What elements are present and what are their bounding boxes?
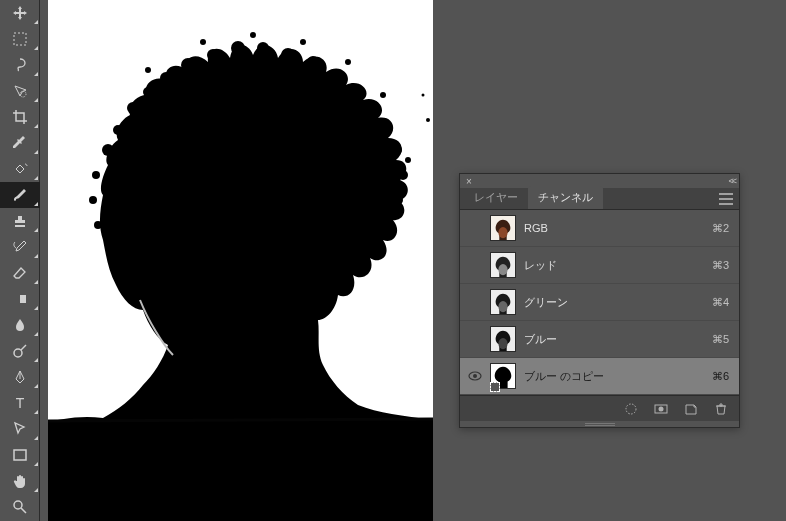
- svg-point-29: [89, 196, 97, 204]
- channel-shortcut: ⌘4: [712, 296, 729, 309]
- visibility-toggle[interactable]: [466, 369, 484, 383]
- save-selection-icon[interactable]: [653, 401, 669, 417]
- svg-point-15: [207, 49, 219, 61]
- new-channel-icon[interactable]: [683, 401, 699, 417]
- rectangle-tool[interactable]: [0, 442, 40, 468]
- load-selection-icon[interactable]: [623, 401, 639, 417]
- svg-point-39: [422, 94, 425, 97]
- svg-point-12: [143, 87, 153, 97]
- quick-select-tool[interactable]: [0, 78, 40, 104]
- channel-name: ブルー: [524, 332, 712, 347]
- channel-red[interactable]: レッド ⌘3: [460, 247, 739, 284]
- channels-panel: × << レイヤー チャンネル RGB ⌘2 レッド ⌘3 グリーン ⌘4: [459, 173, 740, 428]
- channel-thumb: [490, 326, 516, 352]
- marquee-tool[interactable]: [0, 26, 40, 52]
- channel-name: グリーン: [524, 295, 712, 310]
- channel-rgb[interactable]: RGB ⌘2: [460, 210, 739, 247]
- svg-point-19: [307, 56, 319, 68]
- svg-point-20: [330, 69, 342, 81]
- move-tool[interactable]: [0, 0, 40, 26]
- history-brush-tool[interactable]: [0, 234, 40, 260]
- resize-grip[interactable]: [460, 421, 739, 427]
- svg-point-49: [473, 374, 477, 378]
- svg-point-17: [257, 42, 269, 54]
- type-tool[interactable]: T: [0, 390, 40, 416]
- svg-point-13: [160, 72, 172, 84]
- channel-shortcut: ⌘6: [712, 370, 729, 383]
- channel-blue[interactable]: ブルー ⌘5: [460, 321, 739, 358]
- svg-point-53: [659, 406, 664, 411]
- panel-footer: [460, 395, 739, 421]
- channel-name: レッド: [524, 258, 712, 273]
- svg-text:T: T: [16, 395, 25, 411]
- channels-list: RGB ⌘2 レッド ⌘3 グリーン ⌘4 ブルー ⌘5 ブルー のコピー ⌘: [460, 210, 739, 395]
- crop-tool[interactable]: [0, 104, 40, 130]
- svg-point-7: [14, 501, 22, 509]
- eyedropper-tool[interactable]: [0, 130, 40, 156]
- svg-point-43: [498, 264, 507, 275]
- visibility-toggle[interactable]: [466, 295, 484, 309]
- svg-point-37: [405, 157, 411, 163]
- blur-tool[interactable]: [0, 312, 40, 338]
- svg-point-24: [390, 144, 402, 156]
- svg-point-30: [94, 221, 102, 229]
- channel-shortcut: ⌘5: [712, 333, 729, 346]
- tab-channels[interactable]: チャンネル: [528, 186, 603, 209]
- svg-rect-3: [14, 295, 20, 303]
- channel-blue-copy[interactable]: ブルー のコピー ⌘6: [460, 358, 739, 395]
- hand-tool[interactable]: [0, 468, 40, 494]
- stamp-tool[interactable]: [0, 208, 40, 234]
- visibility-toggle[interactable]: [466, 332, 484, 346]
- eraser-tool[interactable]: [0, 260, 40, 286]
- svg-point-45: [498, 301, 507, 312]
- collapse-icon[interactable]: <<: [728, 176, 735, 186]
- dodge-tool[interactable]: [0, 338, 40, 364]
- channel-thumb: [490, 252, 516, 278]
- svg-point-26: [393, 195, 403, 205]
- svg-point-35: [345, 59, 351, 65]
- svg-point-18: [281, 48, 295, 62]
- svg-point-34: [300, 39, 306, 45]
- svg-point-41: [498, 227, 507, 238]
- svg-point-36: [380, 92, 386, 98]
- channel-name: ブルー のコピー: [524, 369, 712, 384]
- tab-layers[interactable]: レイヤー: [464, 186, 528, 209]
- svg-point-4: [14, 349, 22, 357]
- svg-point-51: [626, 404, 636, 414]
- svg-point-28: [92, 171, 100, 179]
- lasso-tool[interactable]: [0, 52, 40, 78]
- brush-tool[interactable]: [0, 182, 40, 208]
- svg-point-9: [102, 144, 114, 156]
- svg-point-25: [398, 170, 408, 180]
- toolbar: T: [0, 0, 40, 521]
- svg-point-14: [181, 58, 195, 72]
- panel-menu-icon[interactable]: [719, 193, 733, 205]
- svg-point-31: [145, 67, 151, 73]
- close-icon[interactable]: ×: [464, 176, 474, 187]
- gradient-tool[interactable]: [0, 286, 40, 312]
- channel-name: RGB: [524, 222, 712, 234]
- panel-tabs: レイヤー チャンネル: [460, 188, 739, 210]
- delete-channel-icon[interactable]: [713, 401, 729, 417]
- svg-rect-0: [14, 33, 26, 45]
- channel-shortcut: ⌘3: [712, 259, 729, 272]
- selection-badge-icon: [490, 382, 500, 392]
- zoom-tool[interactable]: [0, 494, 40, 520]
- channel-green[interactable]: グリーン ⌘4: [460, 284, 739, 321]
- path-select-tool[interactable]: [0, 416, 40, 442]
- visibility-toggle[interactable]: [466, 221, 484, 235]
- channel-shortcut: ⌘2: [712, 222, 729, 235]
- svg-point-33: [250, 32, 256, 38]
- svg-point-11: [127, 102, 139, 114]
- svg-point-47: [498, 338, 507, 349]
- visibility-toggle[interactable]: [466, 258, 484, 272]
- svg-point-27: [383, 220, 393, 230]
- svg-point-22: [367, 102, 379, 114]
- channel-thumb: [490, 215, 516, 241]
- canvas[interactable]: [48, 0, 433, 521]
- svg-point-23: [381, 123, 391, 133]
- svg-point-10: [113, 125, 123, 135]
- spot-heal-tool[interactable]: [0, 156, 40, 182]
- svg-point-16: [231, 41, 245, 55]
- pen-tool[interactable]: [0, 364, 40, 390]
